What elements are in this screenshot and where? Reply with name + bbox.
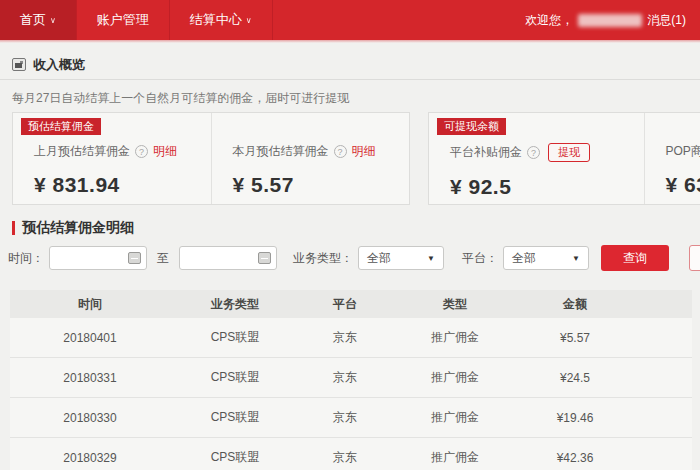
section-marker — [12, 221, 15, 235]
caret-down-icon: ▼ — [427, 254, 435, 263]
cell-type: 推广佣金 — [390, 409, 520, 426]
table-row[interactable]: 20180331 CPS联盟 京东 推广佣金 ¥24.5 — [10, 358, 692, 398]
caret-down-icon: ▼ — [572, 254, 580, 263]
overview-icon — [12, 58, 26, 71]
cell-platform: 京东 — [300, 449, 390, 466]
col-header-biz-type: 业务类型 — [170, 296, 300, 313]
panel-badge: 预估结算佣金 — [21, 118, 101, 135]
calendar-icon[interactable] — [128, 252, 141, 264]
cell-platform: 京东 — [300, 409, 390, 426]
date-to-input[interactable] — [184, 251, 256, 265]
details-section-head: 预估结算佣金明细 — [12, 219, 134, 237]
settlement-center-page: 首页 ∨ 账户管理 结算中心 ∨ 欢迎您， 消息(1) 收入概览 每月27日自动… — [0, 0, 700, 470]
withdraw-now-button[interactable]: 立即 — [689, 245, 700, 271]
col-header-amount: 金额 — [520, 296, 630, 313]
cell-type: 推广佣金 — [390, 369, 520, 386]
cell-amount: ¥24.5 — [520, 371, 630, 385]
platform-subsidy-amount: ¥ 92.5 — [450, 175, 644, 199]
cell-biz-type: CPS联盟 — [170, 449, 300, 466]
breadcrumb: 收入概览 — [0, 50, 700, 80]
col-header-time: 时间 — [10, 296, 170, 313]
this-month-amount: ¥ 5.57 — [233, 173, 410, 197]
col-header-type: 类型 — [390, 296, 520, 313]
last-month-detail-link[interactable]: 明细 — [153, 143, 177, 160]
this-month-detail-link[interactable]: 明细 — [352, 143, 376, 160]
nav-item-home[interactable]: 首页 ∨ — [0, 0, 77, 40]
cell-biz-type: CPS联盟 — [170, 409, 300, 426]
date-from-input[interactable] — [54, 251, 126, 265]
table-row[interactable]: 20180330 CPS联盟 京东 推广佣金 ¥19.46 — [10, 398, 692, 438]
platform-selected-value: 全部 — [512, 250, 536, 267]
range-separator-label: 至 — [157, 250, 169, 267]
pop-merchant-label: POP商家佣金 — [666, 143, 700, 160]
table-row[interactable]: 20180401 CPS联盟 京东 推广佣金 ¥5.57 — [10, 318, 692, 358]
cell-time: 20180329 — [10, 451, 170, 465]
withdraw-button[interactable]: 提现 — [548, 143, 590, 162]
nav-item-label: 账户管理 — [97, 11, 149, 29]
help-icon[interactable]: ? — [334, 145, 347, 158]
table-row[interactable]: 20180329 CPS联盟 京东 推广佣金 ¥42.36 — [10, 438, 692, 470]
this-month-label: 本月预估结算佣金 — [233, 143, 329, 160]
top-nav: 首页 ∨ 账户管理 结算中心 ∨ 欢迎您， 消息(1) — [0, 0, 700, 40]
page-title: 收入概览 — [33, 56, 85, 74]
cell-biz-type: CPS联盟 — [170, 369, 300, 386]
nav-item-settlement-center[interactable]: 结算中心 ∨ — [170, 0, 273, 40]
filter-bar: 时间： 至 业务类型： 全部 ▼ 平台： 全部 ▼ 查询 立即 — [8, 244, 700, 272]
platform-subsidy-label: 平台补贴佣金 — [450, 144, 522, 161]
help-icon[interactable]: ? — [527, 146, 540, 159]
biz-type-filter-label: 业务类型： — [293, 250, 353, 267]
cell-time: 20180331 — [10, 371, 170, 385]
withdrawable-balance-panel: 可提现余额 平台补贴佣金 ? 提现 ¥ 92.5 POP商家佣金 ¥ 636 — [428, 112, 700, 205]
commission-table: 时间 业务类型 平台 类型 金额 20180401 CPS联盟 京东 推广佣金 … — [10, 290, 692, 470]
estimated-commission-panel: 预估结算佣金 上月预估结算佣金 ? 明细 ¥ 831.94 本月预估结算佣金 ?… — [12, 112, 410, 205]
cell-time: 20180401 — [10, 331, 170, 345]
nav-item-label: 结算中心 — [190, 11, 242, 29]
cell-amount: ¥19.46 — [520, 411, 630, 425]
cell-platform: 京东 — [300, 329, 390, 346]
pop-merchant-column: POP商家佣金 ¥ 636 — [644, 113, 700, 204]
time-filter-label: 时间： — [8, 250, 44, 267]
query-button[interactable]: 查询 — [601, 245, 669, 271]
panel-badge: 可提现余额 — [437, 118, 506, 135]
messages-link[interactable]: 消息(1) — [647, 12, 686, 29]
pop-merchant-amount: ¥ 636 — [666, 173, 700, 197]
username-redacted — [578, 14, 642, 27]
nav-user-area: 欢迎您， 消息(1) — [525, 0, 700, 40]
welcome-text: 欢迎您， — [525, 12, 573, 29]
biz-type-selected-value: 全部 — [367, 250, 391, 267]
nav-shadow — [0, 40, 700, 43]
cell-time: 20180330 — [10, 411, 170, 425]
cell-platform: 京东 — [300, 369, 390, 386]
cell-amount: ¥42.36 — [520, 451, 630, 465]
last-month-label: 上月预估结算佣金 — [34, 143, 130, 160]
biz-type-select[interactable]: 全部 ▼ — [358, 246, 444, 270]
cell-type: 推广佣金 — [390, 329, 520, 346]
nav-item-label: 首页 — [20, 11, 46, 29]
table-header-row: 时间 业务类型 平台 类型 金额 — [10, 290, 692, 318]
nav-item-account-management[interactable]: 账户管理 — [77, 0, 170, 40]
date-to-box — [179, 246, 277, 270]
this-month-column: 本月预估结算佣金 ? 明细 ¥ 5.57 — [211, 113, 410, 204]
chevron-down-icon: ∨ — [246, 16, 252, 25]
cell-biz-type: CPS联盟 — [170, 329, 300, 346]
section-title: 预估结算佣金明细 — [22, 219, 134, 237]
chevron-down-icon: ∨ — [50, 16, 56, 25]
date-from-box — [49, 246, 147, 270]
calendar-icon[interactable] — [258, 252, 271, 264]
help-icon[interactable]: ? — [135, 145, 148, 158]
platform-select[interactable]: 全部 ▼ — [503, 246, 589, 270]
cell-type: 推广佣金 — [390, 449, 520, 466]
platform-filter-label: 平台： — [462, 250, 498, 267]
last-month-amount: ¥ 831.94 — [34, 173, 211, 197]
col-header-platform: 平台 — [300, 296, 390, 313]
cell-amount: ¥5.57 — [520, 331, 630, 345]
settlement-notice: 每月27日自动结算上一个自然月可结算的佣金，届时可进行提现 — [12, 90, 349, 107]
